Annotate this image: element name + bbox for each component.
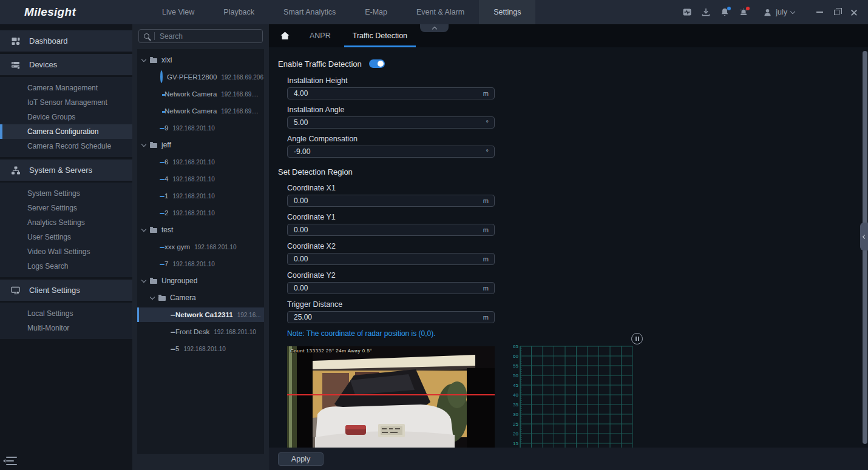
alarm-siren-icon[interactable] <box>738 7 748 18</box>
angle-compensation-input[interactable] <box>288 147 486 156</box>
sidebar-section-system-servers[interactable]: System & Servers <box>0 159 132 181</box>
folder-icon <box>150 58 157 63</box>
close-button[interactable] <box>850 9 857 16</box>
coordinate-x2-input[interactable] <box>288 255 483 263</box>
sidebar-section-client-settings[interactable]: Client Settings <box>0 280 132 301</box>
installation-height-input[interactable] <box>288 89 483 98</box>
tab-traffic-detection[interactable]: Traffic Detection <box>342 24 418 47</box>
installation-angle-input[interactable] <box>288 118 486 127</box>
nav-e-map[interactable]: E-Map <box>350 0 402 24</box>
tree-device[interactable]: Front Desk192.168.201.10 <box>137 324 264 339</box>
coordinate-x1-input[interactable] <box>288 196 483 205</box>
sidebar-item-analytics-settings[interactable]: Analytics Settings <box>0 215 132 230</box>
search-input[interactable] <box>160 32 251 41</box>
dashboard-icon <box>11 36 21 46</box>
sidebar-item-logs-search[interactable]: Logs Search <box>0 259 132 274</box>
section-heading-detection-region: Set Detection Region <box>278 167 863 176</box>
nav-event-alarm[interactable]: Event & Alarm <box>402 0 479 24</box>
sidebar-item-camera-management[interactable]: Camera Management <box>0 81 132 95</box>
client-submenu: Local Settings Multi-Monitor <box>0 303 132 339</box>
home-icon <box>280 31 290 41</box>
collapse-sidebar-icon[interactable] <box>6 457 17 465</box>
svg-text:25: 25 <box>513 421 518 427</box>
svg-text:60: 60 <box>513 354 518 359</box>
tree-device[interactable]: xxx gym192.168.201.10 <box>137 240 264 254</box>
minimize-button[interactable] <box>816 12 823 13</box>
nav-smart-analytics[interactable]: Smart Analytics <box>269 0 350 24</box>
tree-folder-jeff[interactable]: jeff <box>137 138 264 152</box>
tree-device[interactable]: Network Camera192.168.69.... <box>137 104 264 118</box>
enable-traffic-detection-label: Enable Traffic Detection <box>278 59 362 69</box>
tree-device[interactable]: Network Camera192.168.69.... <box>137 87 264 101</box>
home-tab[interactable] <box>269 24 299 47</box>
tree-device[interactable]: 4192.168.201.10 <box>137 172 264 186</box>
main-nav: Live View Playback Smart Analytics E-Map… <box>147 0 535 24</box>
collapse-right-panel-handle[interactable] <box>860 223 868 250</box>
sidebar-item-device-groups[interactable]: Device Groups <box>0 110 132 124</box>
camera-preview: Count 133332 25° 24m Away 0.5° <box>287 346 495 448</box>
field-label: Coordinate Y2 <box>287 271 863 280</box>
field-label: Coordinate X1 <box>287 184 863 192</box>
chevron-expand-icon <box>141 56 146 61</box>
tree-folder-ungrouped[interactable]: Ungrouped <box>137 274 264 288</box>
sidebar-item-system-settings[interactable]: System Settings <box>0 186 132 201</box>
folder-icon <box>150 228 157 233</box>
sidebar-item-user-settings[interactable]: User Settings <box>0 230 132 244</box>
notification-bell-icon[interactable] <box>719 7 730 18</box>
sidebar-section-label: Devices <box>29 60 57 69</box>
milesight-logo: Milesight <box>24 5 76 19</box>
sidebar-item-label: Dashboard <box>29 36 68 45</box>
enable-traffic-detection-toggle[interactable] <box>369 59 385 68</box>
chevron-up-icon <box>432 27 436 32</box>
nav-playback[interactable]: Playback <box>209 0 269 24</box>
svg-text:65: 65 <box>513 344 518 349</box>
tree-device[interactable]: 9192.168.201.10 <box>137 121 264 135</box>
trigger-distance-input[interactable] <box>288 313 483 321</box>
sidebar-item-multi-monitor[interactable]: Multi-Monitor <box>0 321 132 335</box>
video-osd-text: Count 133332 25° 24m Away 0.5° <box>290 348 372 354</box>
nav-settings[interactable]: Settings <box>479 0 535 24</box>
sidebar-item-iot-sensor-management[interactable]: IoT Sensor Management <box>0 95 132 110</box>
svg-text:45: 45 <box>513 383 518 388</box>
tree-device[interactable]: 1192.168.201.10 <box>137 189 264 203</box>
sidebar-section-devices[interactable]: Devices <box>0 54 132 75</box>
tab-anpr[interactable]: ANPR <box>299 24 342 47</box>
sidebar-item-local-settings[interactable]: Local Settings <box>0 306 132 321</box>
sidebar-item-video-wall-settings[interactable]: Video Wall Settings <box>0 244 132 259</box>
sidebar: Dashboard Devices Camera Management IoT … <box>0 24 132 470</box>
folder-icon <box>150 143 157 148</box>
coordinate-y1-input[interactable] <box>288 226 483 234</box>
tree-folder-xixi[interactable]: xixi <box>137 53 264 67</box>
tree-device[interactable]: 6192.168.201.10 <box>137 155 264 169</box>
tree-device[interactable]: GV-PFER12800192.168.69.206 <box>137 70 264 84</box>
unit-label: ° <box>486 119 494 126</box>
nav-live-view[interactable]: Live View <box>147 0 209 24</box>
sidebar-item-camera-record-schedule[interactable]: Camera Record Schedule <box>0 139 132 153</box>
tree-device[interactable]: 5192.168.201.10 <box>137 341 264 356</box>
tree-device-selected[interactable]: Network Ca12311192.16... <box>137 307 264 322</box>
tree-folder-test[interactable]: test <box>137 223 264 237</box>
svg-text:30: 30 <box>513 412 518 417</box>
settings-form: Enable Traffic Detection Installation He… <box>269 47 863 448</box>
tree-device[interactable]: 7192.168.201.10 <box>137 257 264 271</box>
sidebar-item-camera-configuration[interactable]: Camera Configuration <box>0 124 132 139</box>
apply-button[interactable]: Apply <box>278 452 324 466</box>
sidebar-item-dashboard[interactable]: Dashboard <box>0 30 132 52</box>
user-menu[interactable]: july <box>763 8 795 17</box>
diagnostics-icon[interactable] <box>682 7 692 18</box>
device-search[interactable] <box>138 29 263 43</box>
collapse-panel-tab[interactable] <box>420 24 449 32</box>
sidebar-item-server-settings[interactable]: Server Settings <box>0 201 132 215</box>
svg-text:40: 40 <box>513 392 518 398</box>
coordinate-y2-input[interactable] <box>288 284 483 292</box>
chevron-expand-icon <box>141 277 146 282</box>
field-installation-angle: Installation Angle ° <box>287 106 863 129</box>
devices-icon <box>11 60 21 70</box>
restore-button[interactable] <box>834 10 839 15</box>
download-icon[interactable] <box>700 7 711 18</box>
action-bar: Apply <box>269 448 868 470</box>
unit-label: m <box>483 90 494 97</box>
tree-folder-camera[interactable]: Camera <box>137 290 264 305</box>
pause-icon[interactable] <box>631 333 643 344</box>
tree-device[interactable]: 2192.168.201.10 <box>137 206 264 220</box>
